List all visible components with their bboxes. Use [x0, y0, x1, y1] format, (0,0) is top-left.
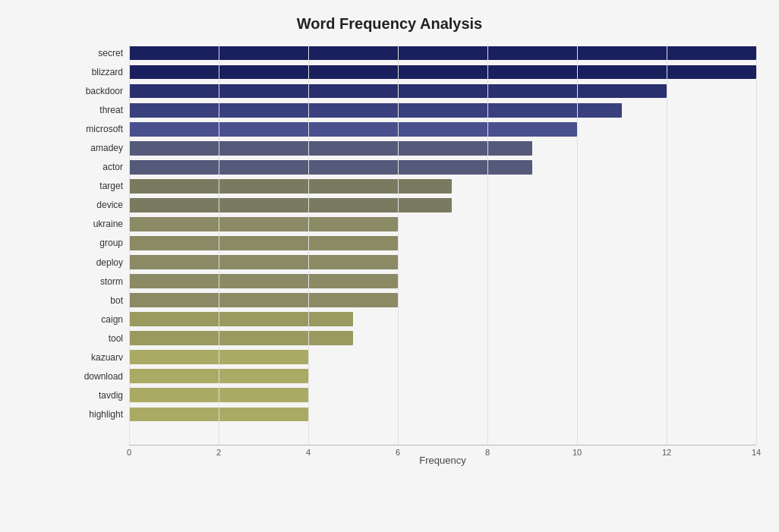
chart-container: Word Frequency Analysis secretblizzardba… — [0, 0, 779, 532]
bar — [129, 350, 308, 364]
bar — [129, 331, 353, 345]
bar — [129, 84, 667, 99]
bar-row: download — [129, 367, 756, 386]
bar — [129, 198, 452, 212]
bar-label: secret — [68, 48, 129, 58]
bar-row: blizzard — [129, 63, 756, 81]
bar-label: download — [68, 371, 129, 382]
bar — [129, 369, 308, 383]
bar — [129, 160, 532, 175]
bar-label: blizzard — [68, 67, 129, 77]
bar-row: actor — [129, 158, 756, 176]
bar-label: target — [68, 181, 129, 191]
bar-label: highlight — [68, 409, 129, 420]
bar-row: caign — [129, 310, 756, 329]
bar-row: target — [129, 177, 756, 195]
bar-row: tool — [129, 329, 756, 348]
bar-label: tavdig — [68, 390, 129, 401]
bar-label: bot — [68, 295, 129, 306]
bar-row: backdoor — [129, 82, 756, 100]
bar-row: kazuarv — [129, 348, 756, 367]
bar-row: deploy — [129, 253, 756, 272]
bar-label: caign — [68, 314, 129, 325]
chart-title: Word Frequency Analysis — [23, 15, 756, 33]
bars-container: secretblizzardbackdoorthreatmicrosoftama… — [129, 44, 756, 445]
bar — [129, 141, 532, 156]
bar-label: device — [68, 200, 129, 210]
bar-row: amadey — [129, 139, 756, 157]
bar — [129, 122, 577, 137]
bar — [129, 293, 398, 307]
bar — [129, 217, 398, 231]
x-axis-label: Frequency — [129, 455, 756, 466]
bar-label: threat — [68, 105, 129, 115]
x-axis: 02468101214 Frequency — [129, 445, 756, 466]
bar-row: bot — [129, 291, 756, 310]
bar — [129, 408, 308, 422]
bar — [129, 236, 398, 250]
bar-row: group — [129, 234, 756, 252]
bar-row: highlight — [129, 405, 756, 423]
bar-row: storm — [129, 272, 756, 291]
bar-row: tavdig — [129, 386, 756, 405]
bar — [129, 65, 756, 80]
bar — [129, 179, 452, 194]
bar-row: microsoft — [129, 120, 756, 138]
bar — [129, 46, 756, 61]
bar-label: microsoft — [68, 124, 129, 134]
main-chart: secretblizzardbackdoorthreatmicrosoftama… — [129, 44, 756, 466]
bar — [129, 388, 308, 402]
bar — [129, 103, 622, 118]
bar-label: ukraine — [68, 219, 129, 229]
bar-row: device — [129, 196, 756, 214]
bar-label: kazuarv — [68, 352, 129, 363]
bar-label: group — [68, 238, 129, 248]
bar-label: tool — [68, 333, 129, 344]
bar-row: threat — [129, 101, 756, 119]
bar-row: ukraine — [129, 215, 756, 233]
bar — [129, 255, 398, 269]
bar-row: secret — [129, 44, 756, 62]
bar-label: deploy — [68, 257, 129, 268]
bar — [129, 312, 353, 326]
bar-label: actor — [68, 162, 129, 172]
grid-line — [756, 44, 757, 445]
bar-label: storm — [68, 276, 129, 287]
bar-label: amadey — [68, 143, 129, 153]
bar — [129, 274, 398, 288]
bar-label: backdoor — [68, 86, 129, 96]
